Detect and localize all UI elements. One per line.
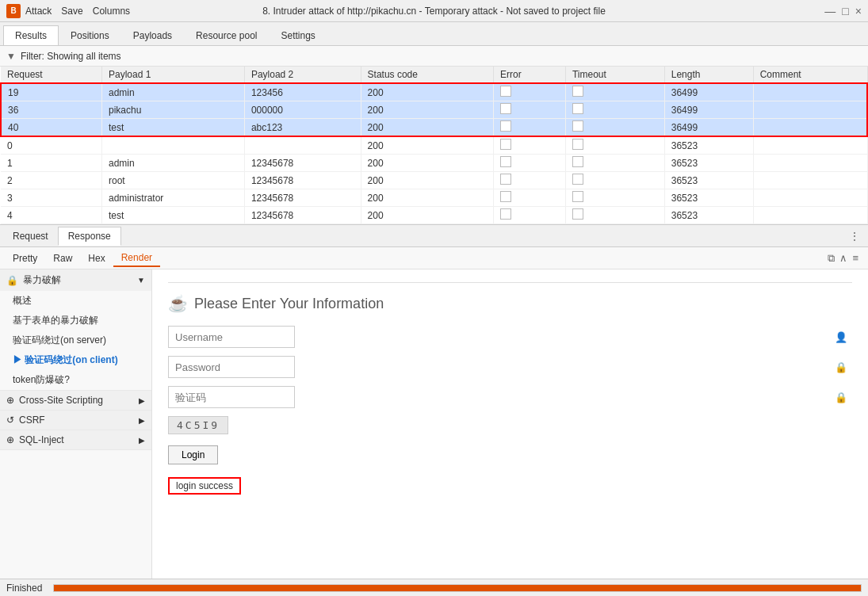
checkbox-cell[interactable] bbox=[572, 156, 583, 167]
checkbox-cell[interactable] bbox=[572, 139, 583, 150]
col-error[interactable]: Error bbox=[493, 67, 565, 83]
sidebar-item-0-0[interactable]: 概述 bbox=[0, 291, 151, 311]
sidebar-section-icon-0: 🔒 bbox=[6, 275, 18, 286]
checkbox-cell[interactable] bbox=[500, 156, 511, 167]
checkbox-cell[interactable] bbox=[500, 174, 511, 185]
sidebar-section-chevron-0: ▼ bbox=[137, 276, 145, 285]
tab-raw[interactable]: Raw bbox=[45, 250, 80, 266]
col-payload1[interactable]: Payload 1 bbox=[102, 67, 245, 83]
sidebar-section-chevron-1: ▶ bbox=[139, 396, 145, 405]
checkbox-cell[interactable] bbox=[572, 174, 583, 185]
captcha-input[interactable] bbox=[168, 386, 295, 408]
username-input[interactable] bbox=[168, 326, 295, 348]
menu-columns[interactable]: Columns bbox=[93, 6, 130, 17]
checkbox-cell[interactable] bbox=[572, 208, 583, 220]
checkbox-cell[interactable] bbox=[500, 120, 511, 132]
menu-save[interactable]: Save bbox=[61, 6, 82, 17]
window-controls[interactable]: — □ × bbox=[824, 5, 862, 17]
tab-render[interactable]: Render bbox=[113, 250, 160, 267]
tab-pretty[interactable]: Pretty bbox=[5, 250, 45, 266]
col-length[interactable]: Length bbox=[664, 67, 753, 83]
menu-attack[interactable]: Attack bbox=[25, 6, 52, 17]
tab-results[interactable]: Results bbox=[3, 25, 59, 45]
sidebar-section-3: ⊕SQL-Inject▶ bbox=[0, 430, 151, 450]
right-content: ☕ Please Enter Your Information 👤 🔒 🔒 4C… bbox=[152, 269, 868, 579]
sidebar-item-0-4[interactable]: token防爆破? bbox=[0, 370, 151, 390]
col-payload2[interactable]: Payload 2 bbox=[244, 67, 361, 83]
checkbox-cell[interactable] bbox=[572, 120, 583, 132]
sidebar-section-header-3[interactable]: ⊕SQL-Inject▶ bbox=[0, 430, 151, 449]
captcha-image-group: 4C5I9 bbox=[168, 416, 852, 434]
page-title: ☕ Please Enter Your Information bbox=[168, 294, 852, 313]
app-icon: B bbox=[6, 4, 21, 18]
checkbox-cell[interactable] bbox=[500, 103, 511, 114]
maximize-button[interactable]: □ bbox=[842, 5, 848, 17]
status-bar: Finished bbox=[0, 579, 868, 596]
caret-icon[interactable]: ∧ bbox=[839, 252, 847, 264]
sidebar-section-2: ↺CSRF▶ bbox=[0, 411, 151, 430]
menu-bar: Attack Save Columns bbox=[25, 6, 130, 17]
sidebar-item-0-3[interactable]: 验证码绕过(on client) bbox=[0, 350, 151, 370]
login-button[interactable]: Login bbox=[168, 445, 218, 464]
checkbox-cell[interactable] bbox=[572, 103, 583, 114]
table-row[interactable]: 1admin1234567820036523 bbox=[1, 155, 867, 172]
page-title-text: Please Enter Your Information bbox=[194, 296, 384, 312]
col-request[interactable]: Request bbox=[1, 67, 102, 83]
filter-icon: ▼ bbox=[6, 51, 16, 62]
view-actions: ⧉ ∧ ≡ bbox=[828, 252, 863, 265]
sidebar-section-header-0[interactable]: 🔒暴力破解▼ bbox=[0, 269, 151, 291]
sidebar-item-0-2[interactable]: 验证码绕过(on server) bbox=[0, 330, 151, 350]
tab-response[interactable]: Response bbox=[58, 227, 121, 246]
tab-request[interactable]: Request bbox=[3, 227, 58, 245]
content-area: 🔒暴力破解▼概述基于表单的暴力破解验证码绕过(on server)验证码绕过(o… bbox=[0, 269, 868, 579]
more-options-button[interactable]: ⋮ bbox=[849, 230, 865, 243]
table-row[interactable]: 2root1234567820036523 bbox=[1, 172, 867, 189]
sidebar-section-icon-3: ⊕ bbox=[6, 434, 14, 445]
filter-bar: ▼ Filter: Showing all items bbox=[0, 46, 868, 67]
table-row[interactable]: 4test1234567820036523 bbox=[1, 207, 867, 224]
progress-bar-fill bbox=[54, 585, 861, 591]
results-table: Request Payload 1 Payload 2 Status code … bbox=[0, 67, 868, 225]
col-status[interactable]: Status code bbox=[361, 67, 493, 83]
table-row[interactable]: 40testabc12320036499 bbox=[1, 119, 867, 137]
copy-icon[interactable]: ⧉ bbox=[828, 252, 835, 265]
success-message-container: login success bbox=[168, 472, 852, 495]
tab-resource-pool[interactable]: Resource pool bbox=[184, 25, 269, 45]
col-comment[interactable]: Comment bbox=[753, 67, 867, 83]
checkbox-cell[interactable] bbox=[500, 191, 511, 202]
password-group: 🔒 bbox=[168, 356, 852, 378]
table-row[interactable]: 020036523 bbox=[1, 136, 867, 155]
checkbox-cell[interactable] bbox=[500, 139, 511, 150]
status-label: Finished bbox=[6, 583, 42, 594]
sidebar-item-0-1[interactable]: 基于表单的暴力破解 bbox=[0, 311, 151, 330]
tab-settings[interactable]: Settings bbox=[269, 25, 327, 45]
sidebar-section-header-2[interactable]: ↺CSRF▶ bbox=[0, 411, 151, 430]
title-bar: B Attack Save Columns 8. Intruder attack… bbox=[0, 0, 868, 22]
col-timeout[interactable]: Timeout bbox=[565, 67, 664, 83]
checkbox-cell[interactable] bbox=[500, 208, 511, 220]
captcha-image: 4C5I9 bbox=[168, 416, 228, 434]
results-table-container[interactable]: Request Payload 1 Payload 2 Status code … bbox=[0, 67, 868, 225]
minimize-button[interactable]: — bbox=[824, 5, 835, 17]
tab-payloads[interactable]: Payloads bbox=[121, 25, 184, 45]
password-input[interactable] bbox=[168, 356, 295, 378]
menu-dots-icon[interactable]: ≡ bbox=[852, 252, 858, 264]
progress-bar-container bbox=[53, 584, 862, 592]
view-tab-bar: Pretty Raw Hex Render ⧉ ∧ ≡ bbox=[0, 247, 868, 269]
login-button-group: Login bbox=[168, 442, 852, 464]
sidebar-section-label-3: SQL-Inject bbox=[19, 434, 64, 445]
close-button[interactable]: × bbox=[855, 5, 862, 17]
sidebar-section-label-0: 暴力破解 bbox=[23, 273, 61, 287]
success-message: login success bbox=[168, 477, 241, 495]
table-row[interactable]: 3administrator1234567820036523 bbox=[1, 189, 867, 207]
sidebar-section-header-1[interactable]: ⊕Cross-Site Scripting▶ bbox=[0, 391, 151, 410]
user-icon: 👤 bbox=[835, 331, 847, 343]
checkbox-cell[interactable] bbox=[572, 191, 583, 202]
table-row[interactable]: 19admin12345620036499 bbox=[1, 83, 867, 101]
tab-positions[interactable]: Positions bbox=[59, 25, 121, 45]
checkbox-cell[interactable] bbox=[500, 86, 511, 97]
tab-hex[interactable]: Hex bbox=[80, 250, 113, 266]
checkbox-cell[interactable] bbox=[572, 86, 583, 97]
sidebar-section-chevron-3: ▶ bbox=[139, 436, 145, 445]
table-row[interactable]: 36pikachu00000020036499 bbox=[1, 101, 867, 119]
